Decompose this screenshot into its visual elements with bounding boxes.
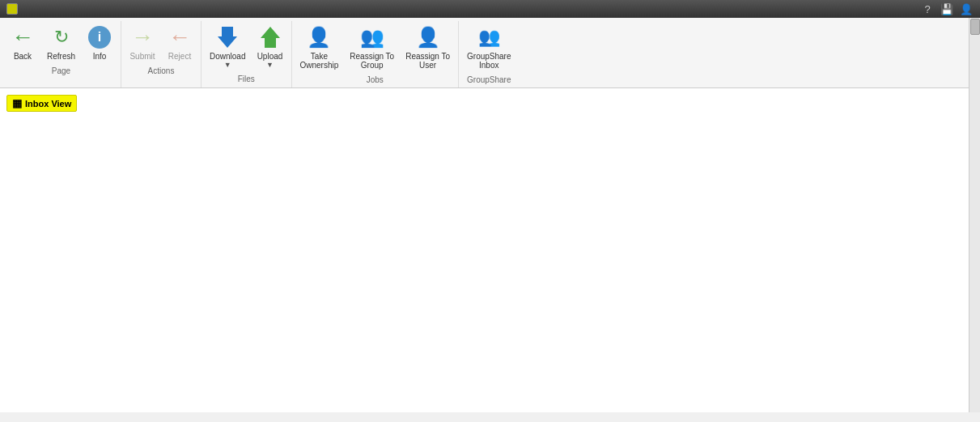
toolbar-group-groupshare: 👥 GroupShare Inbox GroupShare: [459, 21, 519, 87]
jobs-group-label: Jobs: [367, 73, 384, 87]
refresh-icon: ↻: [49, 24, 74, 50]
download-icon: [214, 24, 240, 50]
submit-icon: →: [129, 24, 155, 50]
upload-icon: [257, 24, 283, 50]
download-dropdown-arrow: ▼: [224, 61, 231, 69]
take-ownership-icon: 👤: [306, 24, 332, 50]
info-icon: i: [87, 24, 112, 50]
toolbar-group-page: ← Back ↻ Refresh i Info Page: [2, 21, 121, 87]
groupshare-inbox-label: GroupShare Inbox: [467, 52, 511, 70]
reject-icon: ←: [167, 24, 193, 50]
save-icon[interactable]: 💾: [940, 2, 954, 16]
back-icon: ←: [10, 24, 36, 50]
reassign-to-user-button[interactable]: 👤 Reassign To User: [401, 21, 455, 73]
scrollbar-thumb[interactable]: [970, 19, 980, 35]
refresh-button[interactable]: ↻ Refresh: [42, 21, 80, 64]
scrollbar[interactable]: [969, 18, 980, 412]
actions-buttons: → Submit ← Reject: [125, 21, 197, 64]
title-bar-right: ? 💾 👤: [920, 2, 974, 16]
info-label: Info: [93, 52, 107, 61]
page-group-label: Page: [52, 64, 70, 79]
help-icon[interactable]: ?: [920, 2, 935, 16]
groupshare-group-label: GroupShare: [467, 73, 511, 87]
reassign-to-group-icon: 👥: [359, 24, 385, 50]
toolbar: ← Back ↻ Refresh i Info Page: [0, 18, 980, 88]
groupshare-buttons: 👥 GroupShare Inbox: [462, 21, 515, 73]
toolbar-group-files: Download ▼ Upload ▼ Files: [202, 21, 291, 87]
content-area: ▦ Inbox View: [0, 88, 980, 412]
refresh-label: Refresh: [47, 52, 75, 61]
upload-dropdown-arrow: ▼: [266, 61, 274, 69]
reassign-to-user-icon: 👤: [415, 24, 441, 50]
title-bar: ? 💾 👤: [0, 0, 980, 18]
user-icon[interactable]: 👤: [959, 2, 974, 16]
inbox-view-badge[interactable]: ▦ Inbox View: [6, 95, 77, 112]
toolbar-group-actions: → Submit ← Reject Actions: [121, 21, 202, 87]
files-group-label: Files: [238, 72, 255, 87]
take-ownership-label: Take Ownership: [300, 52, 339, 70]
reject-label: Reject: [168, 52, 191, 61]
reassign-to-group-label: Reassign To Group: [350, 52, 394, 70]
actions-group-label: Actions: [148, 64, 175, 79]
take-ownership-button[interactable]: 👤 Take Ownership: [295, 21, 344, 73]
jobs-buttons: 👤 Take Ownership 👥 Reassign To Group 👤 R…: [295, 21, 456, 73]
toolbar-group-jobs: 👤 Take Ownership 👥 Reassign To Group 👤 R…: [292, 21, 460, 87]
upload-button[interactable]: Upload ▼: [252, 21, 288, 72]
main-container: ? 💾 👤 ← Back ↻ Refresh: [0, 0, 980, 412]
reassign-to-group-button[interactable]: 👥 Reassign To Group: [345, 21, 399, 73]
files-buttons: Download ▼ Upload ▼: [205, 21, 287, 72]
download-label: Download: [210, 52, 245, 61]
back-button[interactable]: ← Back: [5, 21, 40, 64]
submit-label: Submit: [129, 52, 155, 61]
submit-button[interactable]: → Submit: [125, 21, 160, 64]
download-button[interactable]: Download ▼: [205, 21, 250, 72]
reassign-to-user-label: Reassign To User: [405, 52, 450, 70]
groupshare-inbox-icon: 👥: [476, 24, 502, 50]
title-bar-left: [6, 3, 18, 15]
page-buttons: ← Back ↻ Refresh i Info: [5, 21, 117, 64]
back-label: Back: [14, 52, 32, 61]
reject-button[interactable]: ← Reject: [162, 21, 197, 64]
upload-label: Upload: [257, 52, 283, 61]
window-icon[interactable]: [6, 3, 18, 15]
inbox-view-label: Inbox View: [25, 99, 71, 109]
groupshare-inbox-button[interactable]: 👥 GroupShare Inbox: [462, 21, 515, 73]
info-button[interactable]: i Info: [82, 21, 117, 64]
grid-icon: ▦: [12, 97, 22, 109]
